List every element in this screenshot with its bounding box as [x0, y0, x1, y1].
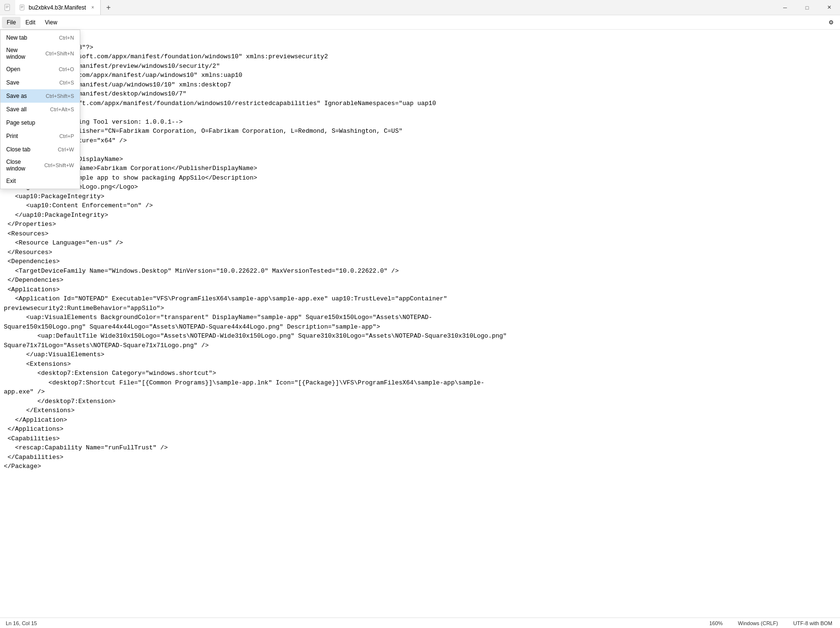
dropdown-item-label: Exit — [6, 178, 74, 184]
tab-file-icon — [19, 4, 26, 11]
dropdown-item-label: Close tab — [6, 146, 50, 153]
active-tab[interactable]: bu2xbkv4.b3r.Manifest × — [15, 0, 101, 15]
dropdown-item-close-tab[interactable]: Close tabCtrl+W — [0, 143, 80, 156]
dropdown-item-open[interactable]: OpenCtrl+O — [0, 63, 80, 76]
dropdown-item-shortcut: Ctrl+P — [59, 133, 74, 139]
dropdown-item-shortcut: Ctrl+Shift+W — [44, 162, 74, 168]
close-button[interactable]: ✕ — [818, 0, 840, 15]
svg-rect-6 — [21, 7, 23, 7]
window-controls: ─ □ ✕ — [774, 0, 840, 15]
dropdown-item-label: New tab — [6, 34, 52, 41]
status-bar: Ln 16, Col 15 160% Windows (CRLF) UTF-8 … — [0, 617, 840, 628]
dropdown-item-save[interactable]: SaveCtrl+S — [0, 76, 80, 89]
minimize-button[interactable]: ─ — [774, 0, 796, 15]
dropdown-item-label: Print — [6, 133, 52, 139]
svg-rect-5 — [21, 6, 23, 6]
settings-button[interactable]: ⚙ — [824, 15, 838, 30]
svg-rect-4 — [20, 4, 24, 10]
status-zoom[interactable]: 160% — [707, 620, 724, 626]
maximize-button[interactable]: □ — [796, 0, 818, 15]
tab-title: bu2xbkv4.b3r.Manifest — [29, 4, 86, 11]
dropdown-item-label: Save as — [6, 93, 38, 99]
dropdown-item-shortcut: Ctrl+Shift+S — [46, 93, 74, 99]
dropdown-item-shortcut: Ctrl+Shift+N — [45, 51, 74, 56]
file-menu[interactable]: File — [2, 17, 21, 28]
menu-bar: File Edit View ⚙ — [0, 15, 840, 30]
status-encoding[interactable]: UTF-8 with BOM — [791, 620, 834, 626]
tab-close-button[interactable]: × — [89, 4, 96, 11]
dropdown-item-shortcut: Ctrl+O — [59, 66, 74, 72]
new-tab-button[interactable]: + — [101, 0, 116, 15]
dropdown-item-label: Page setup — [6, 119, 74, 126]
dropdown-item-shortcut: Ctrl+W — [58, 147, 74, 152]
dropdown-item-save-as[interactable]: Save asCtrl+Shift+S — [0, 89, 80, 103]
app-icon — [4, 4, 11, 11]
dropdown-item-label: Save — [6, 79, 52, 86]
dropdown-item-close-window[interactable]: Close windowCtrl+Shift+W — [0, 156, 80, 174]
status-position[interactable]: Ln 16, Col 15 — [6, 620, 707, 626]
svg-rect-7 — [21, 8, 23, 8]
svg-rect-0 — [5, 4, 10, 11]
dropdown-item-save-all[interactable]: Save allCtrl+Alt+S — [0, 103, 80, 116]
dropdown-item-shortcut: Ctrl+S — [59, 80, 74, 85]
svg-rect-2 — [6, 7, 9, 7]
dropdown-item-exit[interactable]: Exit — [0, 174, 80, 188]
edit-menu[interactable]: Edit — [21, 17, 40, 28]
status-eol[interactable]: Windows (CRLF) — [736, 620, 780, 626]
svg-rect-3 — [6, 8, 8, 8]
view-menu[interactable]: View — [40, 17, 62, 28]
dropdown-item-label: Close window — [6, 159, 37, 172]
status-right-section: 160% Windows (CRLF) UTF-8 with BOM — [707, 620, 834, 626]
tab-area: bu2xbkv4.b3r.Manifest × + — [15, 0, 774, 15]
dropdown-item-shortcut: Ctrl+N — [59, 35, 74, 41]
svg-rect-1 — [6, 6, 9, 6]
dropdown-item-new-tab[interactable]: New tabCtrl+N — [0, 31, 80, 44]
file-dropdown: New tabCtrl+NNew windowCtrl+Shift+NOpenC… — [0, 30, 80, 189]
dropdown-item-print[interactable]: PrintCtrl+P — [0, 129, 80, 143]
dropdown-item-label: Open — [6, 66, 51, 73]
dropdown-item-new-window[interactable]: New windowCtrl+Shift+N — [0, 44, 80, 63]
dropdown-item-label: New window — [6, 47, 38, 60]
editor-content[interactable]: 0" encoding="utf-8"?> ttp://schemas.micr… — [0, 30, 840, 617]
title-bar: bu2xbkv4.b3r.Manifest × + ─ □ ✕ — [0, 0, 840, 15]
dropdown-item-page-setup[interactable]: Page setup — [0, 116, 80, 129]
dropdown-item-label: Save all — [6, 106, 43, 113]
dropdown-item-shortcut: Ctrl+Alt+S — [50, 106, 74, 112]
